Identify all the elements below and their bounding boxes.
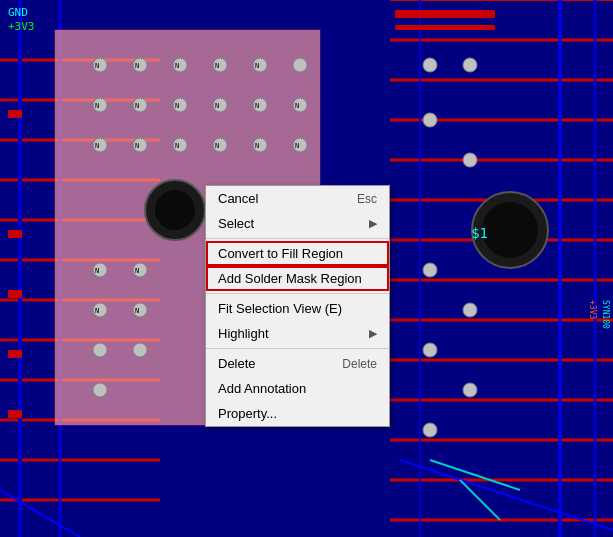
- svg-text:N: N: [175, 102, 179, 110]
- menu-item-convert-fill[interactable]: Convert to Fill Region: [206, 241, 389, 266]
- menu-item-add-solder-label: Add Solder Mask Region: [218, 271, 362, 286]
- dollar-label: $1: [471, 225, 488, 241]
- svg-text:N: N: [255, 102, 259, 110]
- separator-1: [206, 238, 389, 239]
- menu-item-fit-selection[interactable]: Fit Selection View (E): [206, 296, 389, 321]
- svg-text:N: N: [215, 142, 219, 150]
- menu-item-add-solder[interactable]: Add Solder Mask Region: [206, 266, 389, 291]
- svg-text:N: N: [175, 142, 179, 150]
- svg-text:N: N: [95, 267, 99, 275]
- svg-point-74: [423, 113, 437, 127]
- svg-text:N: N: [135, 102, 139, 110]
- menu-item-select[interactable]: Select ▶: [206, 211, 389, 236]
- svg-rect-91: [8, 230, 22, 238]
- svg-point-73: [463, 58, 477, 72]
- submenu-arrow-highlight: ▶: [369, 327, 377, 340]
- svg-text:N: N: [295, 102, 299, 110]
- menu-item-property[interactable]: Property...: [206, 401, 389, 426]
- svg-point-80: [423, 423, 437, 437]
- separator-3: [206, 348, 389, 349]
- svg-rect-93: [8, 350, 22, 358]
- svg-point-76: [423, 263, 437, 277]
- svg-point-63: [93, 343, 107, 357]
- menu-item-highlight[interactable]: Highlight ▶: [206, 321, 389, 346]
- svg-point-75: [463, 153, 477, 167]
- svg-text:N: N: [95, 307, 99, 315]
- menu-item-cancel[interactable]: Cancel Esc: [206, 186, 389, 211]
- svg-text:+3V3: +3V3: [588, 300, 597, 319]
- menu-item-delete-shortcut: Delete: [342, 357, 377, 371]
- menu-item-delete[interactable]: Delete Delete: [206, 351, 389, 376]
- svg-point-40: [293, 58, 307, 72]
- svg-text:N: N: [135, 142, 139, 150]
- menu-item-fit-selection-label: Fit Selection View (E): [218, 301, 342, 316]
- menu-item-cancel-label: Cancel: [218, 191, 258, 206]
- svg-text:N: N: [255, 142, 259, 150]
- svg-text:N: N: [135, 267, 139, 275]
- submenu-arrow-select: ▶: [369, 217, 377, 230]
- svg-point-84: [482, 202, 538, 258]
- svg-point-79: [463, 383, 477, 397]
- menu-item-highlight-label: Highlight: [218, 326, 269, 341]
- svg-text:N: N: [215, 102, 219, 110]
- svg-rect-85: [395, 10, 495, 18]
- svg-text:N: N: [95, 102, 99, 110]
- menu-item-property-label: Property...: [218, 406, 277, 421]
- svg-point-82: [155, 190, 195, 230]
- svg-point-77: [463, 303, 477, 317]
- menu-item-add-annotation-label: Add Annotation: [218, 381, 306, 396]
- menu-item-select-label: Select: [218, 216, 254, 231]
- svg-rect-92: [8, 290, 22, 298]
- context-menu: Cancel Esc Select ▶ Convert to Fill Regi…: [205, 185, 390, 427]
- svg-rect-89: [8, 110, 22, 118]
- svg-rect-94: [8, 410, 22, 418]
- svg-text:N: N: [95, 142, 99, 150]
- svg-point-64: [133, 343, 147, 357]
- svg-text:N: N: [215, 62, 219, 70]
- svg-text:N: N: [175, 62, 179, 70]
- svg-text:N: N: [135, 307, 139, 315]
- svg-text:N: N: [135, 62, 139, 70]
- menu-item-convert-fill-label: Convert to Fill Region: [218, 246, 343, 261]
- menu-item-cancel-shortcut: Esc: [357, 192, 377, 206]
- menu-item-delete-label: Delete: [218, 356, 256, 371]
- svg-point-78: [423, 343, 437, 357]
- svg-rect-86: [395, 25, 495, 30]
- gnd-label: GND: [8, 6, 28, 19]
- svg-point-68: [93, 383, 107, 397]
- 3v3-label: +3V3: [8, 20, 35, 33]
- svg-text:N: N: [95, 62, 99, 70]
- menu-item-add-annotation[interactable]: Add Annotation: [206, 376, 389, 401]
- svg-text:N: N: [295, 142, 299, 150]
- svg-text:SYN100: SYN100: [601, 300, 610, 329]
- separator-2: [206, 293, 389, 294]
- svg-point-72: [423, 58, 437, 72]
- svg-text:N: N: [255, 62, 259, 70]
